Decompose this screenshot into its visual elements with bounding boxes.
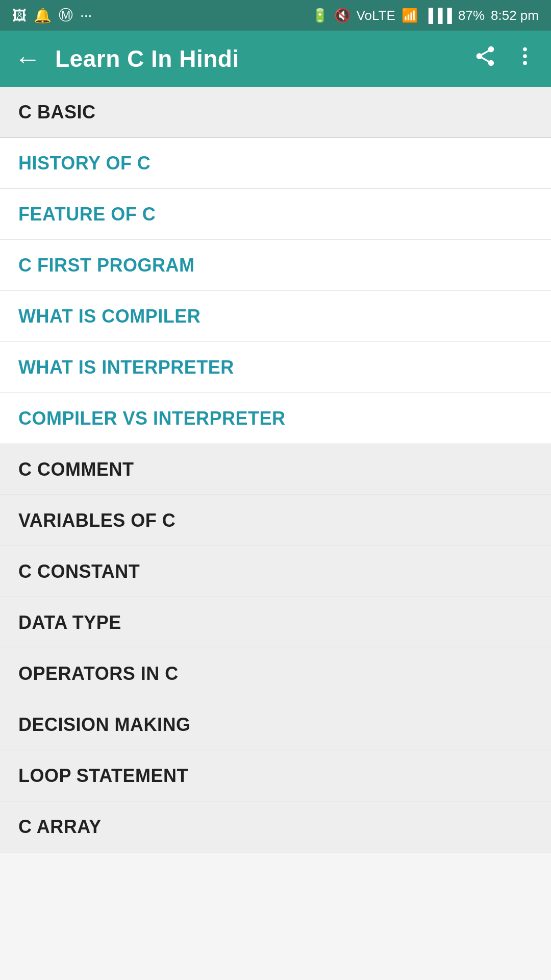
list-item-label-feature-of-c: FEATURE OF C bbox=[18, 204, 156, 225]
list-item-c-basic[interactable]: C BASIC bbox=[0, 87, 551, 138]
status-bar-left: 🖼 🔔 Ⓜ ··· bbox=[12, 6, 92, 25]
list-item-label-loop-statement: LOOP STATEMENT bbox=[18, 765, 188, 787]
app-bar-title: Learn C In Hindi bbox=[55, 45, 473, 72]
more-dots-icon: ··· bbox=[80, 7, 92, 23]
list-item-feature-of-c[interactable]: FEATURE OF C bbox=[0, 189, 551, 240]
menu-icon[interactable] bbox=[513, 44, 537, 74]
list-item-c-array[interactable]: C ARRAY bbox=[0, 801, 551, 852]
list-item-label-compiler-vs-interpreter: COMPILER VS INTERPRETER bbox=[18, 408, 286, 429]
mute-icon: 🔇 bbox=[334, 8, 350, 23]
battery-icon: 🔋 bbox=[312, 8, 328, 23]
list-item-what-is-compiler[interactable]: WHAT IS COMPILER bbox=[0, 291, 551, 342]
list-item-label-decision-making: DECISION MAKING bbox=[18, 714, 191, 736]
back-button[interactable]: ← bbox=[14, 43, 41, 74]
time-display: 8:52 pm bbox=[491, 8, 539, 23]
list-item-loop-statement[interactable]: LOOP STATEMENT bbox=[0, 750, 551, 801]
list-item-label-variables-of-c: VARIABLES OF C bbox=[18, 510, 176, 531]
share-icon[interactable] bbox=[473, 44, 497, 74]
list-item-c-constant[interactable]: C CONSTANT bbox=[0, 546, 551, 597]
list-item-label-c-first-program: C FIRST PROGRAM bbox=[18, 255, 195, 276]
list-item-decision-making[interactable]: DECISION MAKING bbox=[0, 699, 551, 750]
status-bar: 🖼 🔔 Ⓜ ··· 🔋 🔇 VoLTE 📶 ▐▐▐ 87% 8:52 pm bbox=[0, 0, 551, 31]
list-item-what-is-interpreter[interactable]: WHAT IS INTERPRETER bbox=[0, 342, 551, 393]
svg-point-2 bbox=[523, 61, 527, 65]
list-item-data-type[interactable]: DATA TYPE bbox=[0, 597, 551, 648]
signal-icon: ▐▐▐ bbox=[424, 8, 452, 23]
list-item-compiler-vs-interpreter[interactable]: COMPILER VS INTERPRETER bbox=[0, 393, 551, 444]
list-item-label-history-of-c: HISTORY OF C bbox=[18, 153, 151, 174]
list-item-label-what-is-compiler: WHAT IS COMPILER bbox=[18, 306, 201, 327]
list-item-c-first-program[interactable]: C FIRST PROGRAM bbox=[0, 240, 551, 291]
list-item-label-data-type: DATA TYPE bbox=[18, 612, 121, 633]
app-bar-actions bbox=[473, 44, 537, 74]
list-item-label-c-constant: C CONSTANT bbox=[18, 561, 140, 582]
list-item-label-c-array: C ARRAY bbox=[18, 816, 102, 838]
image-icon: 🖼 bbox=[12, 7, 27, 24]
svg-point-0 bbox=[523, 47, 527, 51]
list-item-variables-of-c[interactable]: VARIABLES OF C bbox=[0, 495, 551, 546]
svg-point-1 bbox=[523, 54, 527, 58]
status-bar-right: 🔋 🔇 VoLTE 📶 ▐▐▐ 87% 8:52 pm bbox=[312, 8, 539, 23]
list-item-label-c-comment: C COMMENT bbox=[18, 459, 134, 480]
list-item-history-of-c[interactable]: HISTORY OF C bbox=[0, 138, 551, 189]
battery-percent: 87% bbox=[458, 8, 485, 23]
app-bar: ← Learn C In Hindi bbox=[0, 31, 551, 87]
volte-label: VoLTE bbox=[357, 8, 395, 23]
list-item-operators-in-c[interactable]: OPERATORS IN C bbox=[0, 648, 551, 699]
list-item-c-comment[interactable]: C COMMENT bbox=[0, 444, 551, 495]
list-item-label-what-is-interpreter: WHAT IS INTERPRETER bbox=[18, 357, 234, 378]
list-item-label-operators-in-c: OPERATORS IN C bbox=[18, 663, 179, 684]
maps-icon: Ⓜ bbox=[59, 6, 73, 25]
list-item-label-c-basic: C BASIC bbox=[18, 102, 96, 123]
sim-icon: 📶 bbox=[402, 8, 418, 23]
notification-icon: 🔔 bbox=[34, 7, 52, 24]
menu-list: C BASICHISTORY OF CFEATURE OF CC FIRST P… bbox=[0, 87, 551, 852]
